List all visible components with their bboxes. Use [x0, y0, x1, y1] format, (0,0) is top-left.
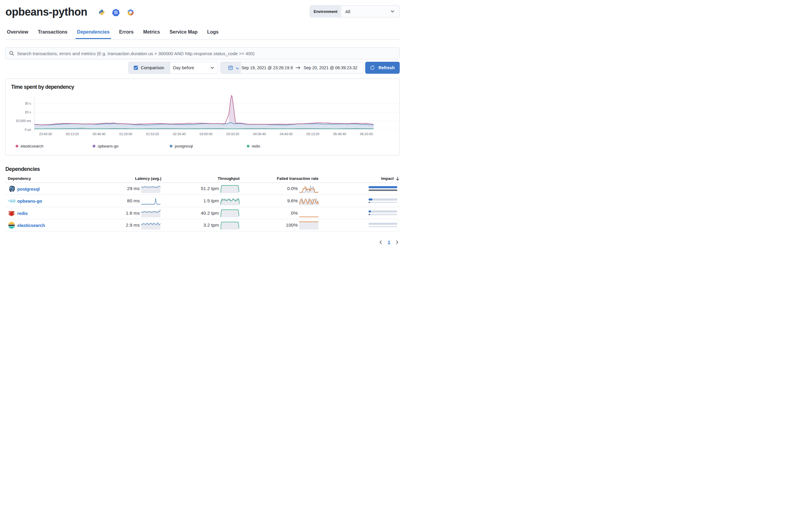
- svg-text:GO: GO: [10, 199, 15, 203]
